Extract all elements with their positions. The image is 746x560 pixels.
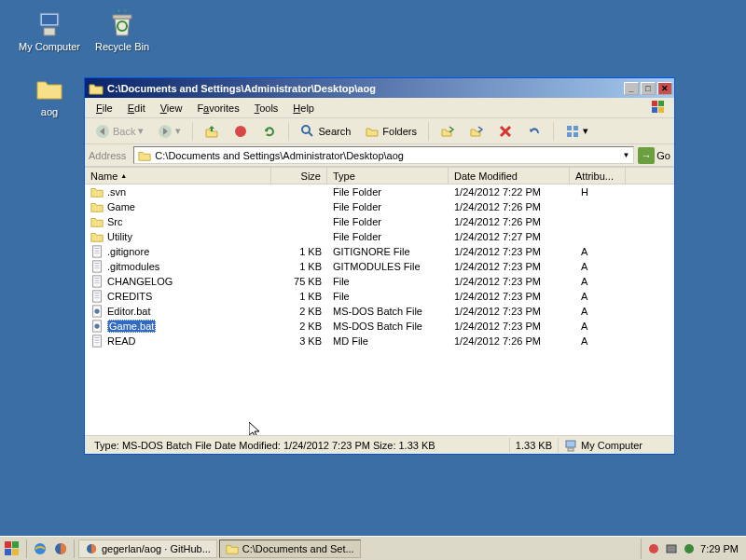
close-button[interactable]: ✕ (657, 82, 672, 95)
views-button[interactable]: ▾ (560, 122, 593, 141)
file-row[interactable]: SrcFile Folder1/24/2012 7:26 PM (85, 214, 674, 229)
undo-icon (527, 124, 542, 139)
tray-icon[interactable] (665, 542, 678, 555)
file-row[interactable]: UtilityFile Folder1/24/2012 7:27 PM (85, 229, 674, 244)
menu-edit[interactable]: Edit (120, 101, 153, 116)
folder-icon (138, 149, 151, 162)
file-name: Editor.bat (107, 306, 150, 317)
file-row[interactable]: READ3 KBMD File1/24/2012 7:26 PMA (85, 334, 674, 348)
svg-rect-3 (113, 15, 131, 19)
svg-rect-16 (567, 126, 572, 130)
svg-rect-54 (667, 545, 676, 553)
maximize-button[interactable]: □ (641, 82, 656, 95)
column-type[interactable]: Type (327, 168, 449, 184)
file-date: 1/24/2012 7:26 PM (449, 201, 570, 212)
windows-flag-icon (644, 98, 672, 116)
file-row[interactable]: Editor.bat2 KBMS-DOS Batch File1/24/2012… (85, 304, 674, 319)
address-bar: Address C:\Documents and Settings\Admini… (85, 144, 674, 167)
svg-rect-47 (12, 541, 19, 548)
svg-point-53 (649, 544, 658, 553)
task-firefox[interactable]: gegerlan/aog · GitHub... (78, 540, 217, 558)
file-row[interactable]: GameFile Folder1/24/2012 7:26 PM (85, 199, 674, 214)
menu-view[interactable]: View (153, 101, 190, 116)
file-date: 1/24/2012 7:26 PM (449, 216, 570, 227)
file-date: 1/24/2012 7:23 PM (449, 276, 570, 287)
status-bar: Type: MS-DOS Batch File Date Modified: 1… (85, 435, 674, 454)
file-size: 3 KB (271, 335, 327, 347)
folder-icon (226, 542, 239, 555)
file-date: 1/24/2012 7:26 PM (449, 335, 570, 347)
svg-rect-18 (567, 132, 572, 137)
file-name: CREDITS (107, 291, 152, 302)
up-button[interactable] (200, 122, 224, 141)
column-attributes[interactable]: Attribu... (570, 168, 626, 184)
folders-button[interactable]: Folders (360, 122, 421, 141)
start-button[interactable] (2, 539, 22, 559)
file-type: File Folder (327, 201, 449, 212)
svg-rect-46 (5, 541, 11, 548)
file-row[interactable]: Game.bat2 KBMS-DOS Batch File1/24/2012 7… (85, 319, 674, 334)
svg-rect-20 (93, 246, 102, 257)
menu-tools[interactable]: Tools (247, 101, 286, 116)
address-input[interactable]: C:\Documents and Settings\Administrator\… (133, 146, 634, 164)
svg-rect-5 (652, 101, 657, 106)
clock[interactable]: 7:29 PM (700, 543, 739, 554)
minimize-button[interactable]: _ (624, 82, 639, 95)
file-row[interactable]: .gitmodules1 KBGITMODULES File1/24/2012 … (85, 259, 674, 274)
dropdown-icon[interactable]: ▼ (622, 151, 629, 159)
quick-launch-firefox[interactable] (51, 540, 70, 558)
delete-button[interactable] (493, 122, 518, 141)
bat-icon (90, 320, 104, 333)
forward-icon (158, 124, 173, 139)
refresh-button[interactable] (257, 122, 282, 141)
forward-button[interactable]: ▾ (153, 122, 186, 141)
svg-rect-8 (658, 107, 664, 113)
file-row[interactable]: .gitignore1 KBGITIGNORE File1/24/2012 7:… (85, 244, 674, 259)
file-name: CHANGELOG (107, 276, 173, 287)
file-type: File Folder (327, 216, 449, 227)
go-button[interactable]: → Go (638, 147, 670, 164)
file-row[interactable]: CHANGELOG75 KBFile1/24/2012 7:23 PMA (85, 274, 674, 289)
tray-icon[interactable] (647, 542, 660, 555)
column-name[interactable]: Name▲ (85, 168, 271, 184)
svg-point-55 (684, 544, 694, 553)
address-label: Address (89, 150, 126, 161)
stop-button[interactable] (228, 122, 253, 141)
folder-icon (89, 81, 104, 96)
menu-favorites[interactable]: Favorites (189, 101, 246, 116)
svg-rect-19 (573, 132, 578, 137)
desktop-icon-recycle-bin[interactable]: Recycle Bin (90, 9, 155, 52)
copy-to-button[interactable] (464, 122, 489, 141)
file-type: MS-DOS Batch File (327, 321, 449, 332)
desktop-icon-aog[interactable]: aog (17, 75, 82, 117)
mouse-cursor (249, 422, 264, 435)
folder-icon (90, 185, 104, 198)
column-date[interactable]: Date Modified (449, 168, 570, 184)
tray-icon[interactable] (683, 542, 696, 555)
back-button[interactable]: Back ▾ (90, 122, 148, 141)
svg-rect-40 (93, 335, 102, 347)
task-explorer[interactable]: C:\Documents and Set... (219, 540, 361, 558)
svg-rect-32 (93, 291, 102, 302)
column-size[interactable]: Size (271, 168, 327, 184)
undo-button[interactable] (522, 122, 546, 141)
svg-rect-44 (566, 441, 575, 447)
search-button[interactable]: Search (296, 122, 355, 141)
file-name: Src (107, 216, 123, 227)
file-type: MD File (327, 335, 449, 347)
file-icon (90, 245, 104, 258)
quick-launch-ie[interactable] (31, 540, 49, 558)
file-row[interactable]: .svnFile Folder1/24/2012 7:22 PMH (85, 184, 674, 199)
file-name: Utility (107, 231, 132, 242)
desktop-icon-my-computer[interactable]: My Computer (17, 9, 82, 52)
taskbar: gegerlan/aog · GitHub... C:\Documents an… (0, 536, 746, 560)
file-type: File (327, 276, 449, 287)
file-attr: A (570, 276, 626, 287)
file-date: 1/24/2012 7:23 PM (449, 261, 570, 272)
svg-line-13 (309, 132, 312, 136)
titlebar[interactable]: C:\Documents and Settings\Administrator\… (85, 78, 674, 98)
file-row[interactable]: CREDITS1 KBFile1/24/2012 7:23 PMA (85, 289, 674, 304)
menu-file[interactable]: File (89, 101, 120, 116)
menu-help[interactable]: Help (285, 101, 322, 116)
move-to-button[interactable] (435, 122, 460, 141)
